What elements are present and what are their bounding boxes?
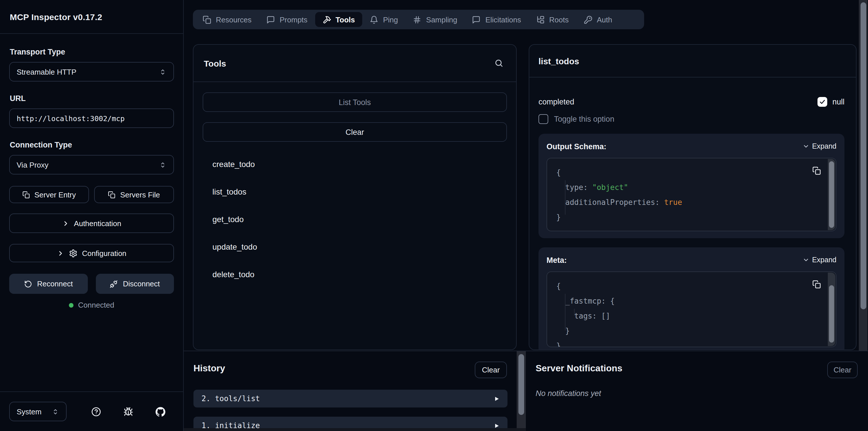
tool-detail-panel: list_todos completed null Toggle this op… (529, 44, 857, 350)
history-row-label: 2. tools/list (202, 394, 260, 403)
servers-file-button[interactable]: Servers File (94, 186, 174, 203)
sidebar: MCP Inspector v0.17.2 Transport Type Str… (0, 0, 184, 431)
null-checkbox[interactable]: null (817, 97, 844, 106)
code-line: type: "object" (556, 180, 827, 195)
history-row[interactable]: 2. tools/list (193, 390, 507, 407)
chevrons-up-down-icon (159, 68, 166, 75)
code-scrollbar[interactable] (828, 159, 835, 230)
page-scrollbar[interactable] (859, 0, 867, 351)
authentication-button[interactable]: Authentication (9, 214, 174, 233)
tab-label: Roots (549, 15, 569, 24)
tab-label: Resources (216, 15, 251, 24)
tab-elicitations[interactable]: Elicitations (465, 12, 528, 27)
code-line: _fastmcp: { (556, 294, 827, 309)
theme-value: System (17, 407, 42, 416)
tool-item-delete_todo[interactable]: delete_todo (203, 260, 507, 288)
server-entry-button[interactable]: Server Entry (9, 186, 89, 203)
list-tools-button[interactable]: List Tools (203, 92, 507, 112)
output-schema-expand-button[interactable]: Expand (802, 142, 836, 150)
tab-label: Tools (336, 15, 355, 24)
meta-expand-button[interactable]: Expand (802, 256, 836, 264)
rotate-ccw-icon (24, 280, 32, 288)
toggle-option-label: Toggle this option (554, 115, 614, 123)
connection-type-label: Connection Type (10, 141, 174, 149)
connection-status: Connected (9, 301, 174, 309)
chevron-down-icon (802, 256, 809, 264)
history-clear-button[interactable]: Clear (475, 362, 507, 378)
tab-ping[interactable]: Ping (363, 12, 406, 27)
copy-icon (108, 191, 116, 198)
message-icon (472, 15, 481, 24)
page-scrollbar-thumb[interactable] (860, 2, 866, 309)
tab-resources[interactable]: Resources (195, 12, 259, 27)
chevrons-up-down-icon (159, 161, 166, 168)
tab-roots[interactable]: Roots (528, 12, 576, 27)
tools-panel-title: Tools (204, 58, 226, 68)
theme-select[interactable]: System (9, 402, 67, 421)
tab-tools[interactable]: Tools (315, 12, 362, 27)
notifications-empty-text: No notifications yet (536, 389, 601, 398)
tab-sampling[interactable]: Sampling (406, 12, 465, 27)
tab-label: Auth (597, 15, 612, 24)
tab-prompts[interactable]: Prompts (259, 12, 315, 27)
tab-auth[interactable]: Auth (576, 12, 620, 27)
configuration-button[interactable]: Configuration (9, 244, 174, 262)
output-schema-label: Output Schema: (547, 142, 607, 151)
history-scrollbar-thumb[interactable] (518, 354, 524, 415)
history-scrollbar[interactable] (517, 351, 526, 431)
copy-icon[interactable] (812, 166, 821, 175)
bug-icon[interactable] (123, 407, 133, 417)
tab-label: Ping (383, 15, 398, 24)
split-divider[interactable] (184, 351, 868, 351)
configuration-label: Configuration (82, 249, 127, 257)
tool-item-create_todo[interactable]: create_todo (203, 150, 507, 178)
tool-item-update_todo[interactable]: update_todo (203, 233, 507, 260)
indent-guide (565, 294, 565, 331)
authentication-label: Authentication (74, 219, 121, 227)
github-icon[interactable] (156, 407, 165, 417)
param-name: completed (538, 97, 575, 106)
tab-label: Sampling (426, 15, 457, 24)
tool-list: create_todolist_todosget_todoupdate_todo… (203, 150, 507, 288)
connection-type-value: Via Proxy (17, 160, 49, 169)
empty-checkbox-icon (538, 114, 548, 124)
chevron-right-icon (62, 219, 69, 227)
notifications-clear-button[interactable]: Clear (827, 362, 858, 378)
search-icon[interactable] (494, 59, 503, 68)
code-line: { (556, 279, 827, 294)
clear-tools-button[interactable]: Clear (203, 122, 507, 142)
indent-guide (574, 309, 575, 316)
status-label: Connected (78, 301, 114, 309)
url-input[interactable] (9, 109, 174, 128)
help-icon[interactable] (91, 407, 101, 417)
key-icon (584, 15, 592, 24)
transport-type-value: Streamable HTTP (17, 67, 76, 76)
copy-icon (22, 191, 30, 198)
tab-label: Prompts (280, 15, 307, 24)
meta-card: Meta: Expand { _fastmcp: { tags: [] }} (538, 247, 844, 350)
code-line: { (556, 165, 827, 180)
copy-icon[interactable] (812, 280, 821, 289)
toggle-option-checkbox[interactable]: Toggle this option (538, 113, 844, 125)
reconnect-button[interactable]: Reconnect (9, 274, 88, 294)
code-line: additionalProperties: true (556, 195, 827, 210)
disconnect-label: Disconnect (123, 279, 160, 288)
history-title: History (193, 363, 225, 374)
expand-label: Expand (812, 256, 836, 264)
tools-panel: Tools List Tools Clear create_todolist_t… (193, 44, 517, 350)
files-icon (203, 15, 211, 24)
message-icon (267, 15, 275, 24)
indent-guide (565, 180, 565, 215)
code-line: } (556, 210, 827, 225)
chevron-down-icon (802, 143, 809, 150)
tool-item-list_todos[interactable]: list_todos (203, 178, 507, 206)
code-scrollbar[interactable] (828, 273, 835, 346)
history-hscrollbar[interactable] (184, 428, 526, 431)
disconnect-button[interactable]: Disconnect (96, 274, 174, 294)
connection-type-select[interactable]: Via Proxy (9, 155, 174, 175)
checked-checkbox-icon (817, 97, 827, 106)
meta-code: { _fastmcp: { tags: [] }} (547, 272, 836, 347)
url-label: URL (10, 94, 174, 103)
transport-type-select[interactable]: Streamable HTTP (9, 62, 174, 82)
tool-item-get_todo[interactable]: get_todo (203, 206, 507, 233)
